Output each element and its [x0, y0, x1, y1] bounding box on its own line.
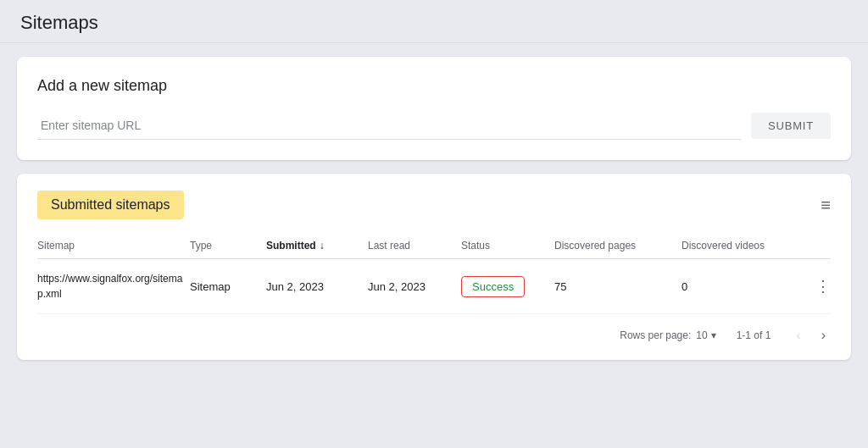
input-row: SUBMIT — [37, 112, 831, 140]
cell-type: Sitemap — [190, 280, 266, 293]
table-footer: Rows per page: 10 ▾ 1-1 of 1 ‹ › — [37, 324, 831, 346]
cell-submitted: Jun 2, 2023 — [266, 280, 368, 293]
pagination-info: 1-1 of 1 — [737, 329, 771, 341]
page-header: Sitemaps — [0, 0, 868, 43]
submitted-sitemaps-badge: Submitted sitemaps — [37, 191, 184, 219]
rows-per-page-control: Rows per page: 10 ▾ — [620, 329, 715, 341]
content-area: Add a new sitemap SUBMIT Submitted sitem… — [0, 43, 868, 373]
col-header-sitemap: Sitemap — [37, 240, 190, 252]
cell-lastread: Jun 2, 2023 — [368, 280, 461, 293]
table-header-row: Sitemap Type Submitted ↓ Last read Statu… — [37, 233, 831, 259]
col-submitted-label: Submitted — [266, 240, 316, 252]
col-header-submitted[interactable]: Submitted ↓ — [266, 240, 368, 252]
status-badge: Success — [461, 276, 525, 297]
sitemaps-table: Sitemap Type Submitted ↓ Last read Statu… — [37, 233, 831, 314]
sort-down-icon: ↓ — [320, 240, 325, 252]
cell-status: Success — [461, 276, 554, 297]
submit-button[interactable]: SUBMIT — [751, 113, 831, 139]
cell-discovered-pages: 75 — [554, 280, 682, 293]
add-sitemap-title: Add a new sitemap — [37, 77, 831, 95]
col-header-status: Status — [461, 240, 554, 252]
rows-per-page-value: 10 — [696, 329, 707, 341]
next-page-button[interactable]: › — [816, 324, 831, 346]
chevron-down-icon: ▾ — [711, 329, 716, 341]
rows-per-page-label: Rows per page: — [620, 329, 691, 341]
col-header-pages: Discovered pages — [554, 240, 682, 252]
rows-per-page-select[interactable]: 10 ▾ — [696, 329, 715, 341]
col-header-lastread: Last read — [368, 240, 461, 252]
filter-icon[interactable]: ≡ — [821, 196, 831, 215]
submitted-sitemaps-card: Submitted sitemaps ≡ Sitemap Type Submit… — [17, 174, 851, 360]
page-title: Sitemaps — [20, 12, 848, 34]
add-sitemap-card: Add a new sitemap SUBMIT — [17, 57, 851, 160]
more-actions-icon[interactable]: ⋮ — [815, 278, 831, 295]
sitemap-url-input[interactable] — [37, 112, 741, 140]
prev-page-button[interactable]: ‹ — [791, 324, 805, 346]
cell-actions: ⋮ — [809, 277, 831, 296]
col-header-type: Type — [190, 240, 266, 252]
table-row: https://www.signalfox.org/sitemap.xml Si… — [37, 259, 831, 314]
cell-sitemap-url: https://www.signalfox.org/sitemap.xml — [37, 271, 190, 301]
cell-discovered-videos: 0 — [682, 280, 809, 293]
col-header-videos: Discovered videos — [682, 240, 809, 252]
card-header-row: Submitted sitemaps ≡ — [37, 191, 831, 219]
